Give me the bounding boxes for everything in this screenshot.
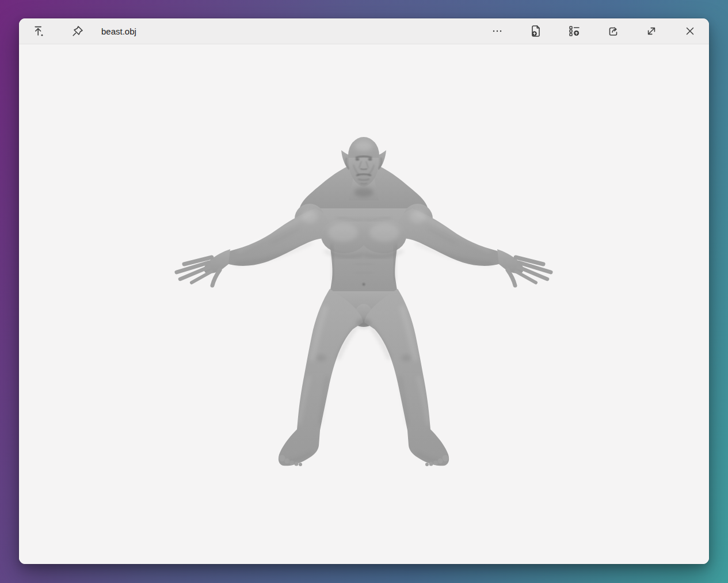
open-default-app-button[interactable] xyxy=(29,21,49,41)
viewer-area xyxy=(19,44,709,564)
pin-window-button[interactable] xyxy=(67,21,88,41)
pin-icon xyxy=(71,24,85,38)
arrow-up-export-icon xyxy=(32,24,46,38)
open-file-with-default-button[interactable] xyxy=(525,21,546,41)
open-with-app-list-button[interactable] xyxy=(564,21,585,41)
preview-window: beast.obj xyxy=(19,18,709,564)
document-arrow-up-icon xyxy=(529,24,543,38)
app-list-arrow-up-icon xyxy=(567,24,581,38)
share-button[interactable] xyxy=(603,21,623,41)
3d-model-beast[interactable] xyxy=(167,132,564,472)
ellipsis-icon xyxy=(490,24,504,38)
titlebar-left-group xyxy=(29,21,88,41)
desktop-background: beast.obj xyxy=(0,0,728,583)
resize-diagonal-icon xyxy=(645,24,658,38)
close-icon xyxy=(683,24,697,38)
share-icon xyxy=(606,24,620,38)
close-button[interactable] xyxy=(680,21,700,41)
titlebar-right-group xyxy=(487,21,700,41)
window-title: beast.obj xyxy=(101,26,136,36)
toggle-fullscreen-button[interactable] xyxy=(641,21,662,41)
more-options-button[interactable] xyxy=(487,21,508,41)
titlebar[interactable]: beast.obj xyxy=(19,18,709,44)
